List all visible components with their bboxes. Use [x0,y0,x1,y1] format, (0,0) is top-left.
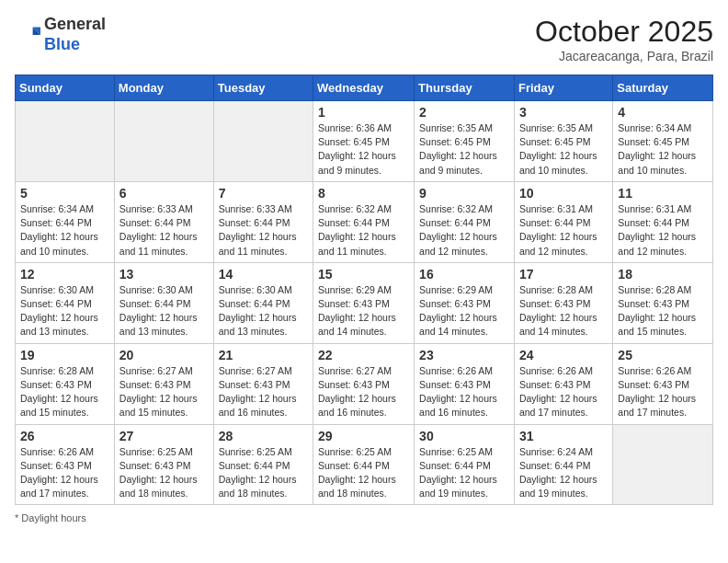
day-number: 29 [318,429,409,443]
cell-content: Sunrise: 6:29 AM Sunset: 6:43 PM Dayligh… [419,283,509,339]
cell-content: Sunrise: 6:34 AM Sunset: 6:45 PM Dayligh… [618,121,708,178]
calendar-cell: 19Sunrise: 6:28 AM Sunset: 6:43 PM Dayli… [16,343,115,424]
calendar-week-row: 19Sunrise: 6:28 AM Sunset: 6:43 PM Dayli… [16,343,713,424]
calendar-day-header: Sunday [16,75,115,101]
calendar-cell: 2Sunrise: 6:35 AM Sunset: 6:45 PM Daylig… [415,101,515,182]
calendar-cell: 9Sunrise: 6:32 AM Sunset: 6:44 PM Daylig… [415,181,515,262]
calendar-cell: 18Sunrise: 6:28 AM Sunset: 6:43 PM Dayli… [613,262,713,343]
day-number: 27 [119,429,209,443]
calendar-day-header: Wednesday [313,75,415,101]
calendar-header-row: SundayMondayTuesdayWednesdayThursdayFrid… [16,75,713,101]
calendar-cell: 17Sunrise: 6:28 AM Sunset: 6:43 PM Dayli… [514,262,612,343]
calendar-cell: 23Sunrise: 6:26 AM Sunset: 6:43 PM Dayli… [415,343,515,424]
calendar-cell: 22Sunrise: 6:27 AM Sunset: 6:43 PM Dayli… [313,343,415,424]
day-number: 3 [519,105,608,120]
calendar-cell: 30Sunrise: 6:25 AM Sunset: 6:44 PM Dayli… [415,424,515,505]
cell-content: Sunrise: 6:29 AM Sunset: 6:43 PM Dayligh… [318,283,409,339]
day-number: 11 [618,186,708,201]
cell-content: Sunrise: 6:25 AM Sunset: 6:43 PM Dayligh… [119,445,209,501]
cell-content: Sunrise: 6:25 AM Sunset: 6:44 PM Dayligh… [419,445,509,501]
cell-content: Sunrise: 6:24 AM Sunset: 6:44 PM Dayligh… [519,445,608,501]
calendar-cell: 13Sunrise: 6:30 AM Sunset: 6:44 PM Dayli… [114,262,213,343]
location-subtitle: Jacareacanga, Para, Brazil [535,49,713,63]
calendar-cell: 12Sunrise: 6:30 AM Sunset: 6:44 PM Dayli… [16,262,115,343]
cell-content: Sunrise: 6:32 AM Sunset: 6:44 PM Dayligh… [318,202,409,259]
day-number: 31 [519,429,608,443]
calendar-cell: 6Sunrise: 6:33 AM Sunset: 6:44 PM Daylig… [114,181,213,262]
day-number: 18 [618,267,708,282]
calendar-cell [613,424,713,505]
calendar-cell: 21Sunrise: 6:27 AM Sunset: 6:43 PM Dayli… [213,343,313,424]
calendar-cell: 29Sunrise: 6:25 AM Sunset: 6:44 PM Dayli… [313,424,415,505]
calendar-cell: 14Sunrise: 6:30 AM Sunset: 6:44 PM Dayli… [213,262,313,343]
calendar-cell: 11Sunrise: 6:31 AM Sunset: 6:44 PM Dayli… [613,181,713,262]
cell-content: Sunrise: 6:30 AM Sunset: 6:44 PM Dayligh… [20,283,109,339]
day-number: 10 [519,186,608,201]
day-number: 22 [318,348,409,362]
day-number: 12 [20,267,109,282]
cell-content: Sunrise: 6:30 AM Sunset: 6:44 PM Dayligh… [119,283,209,339]
cell-content: Sunrise: 6:36 AM Sunset: 6:45 PM Dayligh… [318,121,409,178]
cell-content: Sunrise: 6:27 AM Sunset: 6:43 PM Dayligh… [318,364,409,420]
cell-content: Sunrise: 6:33 AM Sunset: 6:44 PM Dayligh… [119,202,209,259]
calendar-cell [114,101,213,182]
calendar-week-row: 12Sunrise: 6:30 AM Sunset: 6:44 PM Dayli… [16,262,713,343]
calendar-table: SundayMondayTuesdayWednesdayThursdayFrid… [15,75,713,505]
calendar-cell [16,101,115,182]
day-number: 25 [618,348,708,362]
calendar-day-header: Saturday [613,75,713,101]
calendar-cell: 5Sunrise: 6:34 AM Sunset: 6:44 PM Daylig… [16,181,115,262]
cell-content: Sunrise: 6:26 AM Sunset: 6:43 PM Dayligh… [618,364,708,420]
calendar-cell: 26Sunrise: 6:26 AM Sunset: 6:43 PM Dayli… [16,424,115,505]
day-number: 8 [318,186,409,201]
cell-content: Sunrise: 6:32 AM Sunset: 6:44 PM Dayligh… [419,202,509,259]
calendar-cell: 4Sunrise: 6:34 AM Sunset: 6:45 PM Daylig… [613,101,713,182]
cell-content: Sunrise: 6:33 AM Sunset: 6:44 PM Dayligh… [219,202,308,259]
calendar-day-header: Thursday [415,75,515,101]
calendar-cell: 3Sunrise: 6:35 AM Sunset: 6:45 PM Daylig… [514,101,612,182]
cell-content: Sunrise: 6:28 AM Sunset: 6:43 PM Dayligh… [519,283,608,339]
cell-content: Sunrise: 6:26 AM Sunset: 6:43 PM Dayligh… [20,445,109,501]
day-number: 2 [419,105,509,120]
logo-text: General Blue [44,15,106,54]
calendar-week-row: 5Sunrise: 6:34 AM Sunset: 6:44 PM Daylig… [16,181,713,262]
title-block: October 2025 Jacareacanga, Para, Brazil [535,15,713,63]
calendar-cell: 24Sunrise: 6:26 AM Sunset: 6:43 PM Dayli… [514,343,612,424]
logo: General Blue [15,15,106,54]
cell-content: Sunrise: 6:25 AM Sunset: 6:44 PM Dayligh… [318,445,409,501]
day-number: 1 [318,105,409,120]
page-header: General Blue October 2025 Jacareacanga, … [15,15,713,63]
day-number: 26 [20,429,109,443]
cell-content: Sunrise: 6:28 AM Sunset: 6:43 PM Dayligh… [20,364,109,420]
day-number: 16 [419,267,509,282]
day-number: 19 [20,348,109,362]
cell-content: Sunrise: 6:31 AM Sunset: 6:44 PM Dayligh… [519,202,608,259]
calendar-cell [213,101,313,182]
day-number: 23 [419,348,509,362]
calendar-week-row: 1Sunrise: 6:36 AM Sunset: 6:45 PM Daylig… [16,101,713,182]
calendar-cell: 16Sunrise: 6:29 AM Sunset: 6:43 PM Dayli… [415,262,515,343]
day-number: 20 [119,348,209,362]
cell-content: Sunrise: 6:35 AM Sunset: 6:45 PM Dayligh… [519,121,608,178]
cell-content: Sunrise: 6:26 AM Sunset: 6:43 PM Dayligh… [519,364,608,420]
calendar-cell: 10Sunrise: 6:31 AM Sunset: 6:44 PM Dayli… [514,181,612,262]
day-number: 4 [618,105,708,120]
calendar-day-header: Friday [514,75,612,101]
day-number: 17 [519,267,608,282]
calendar-week-row: 26Sunrise: 6:26 AM Sunset: 6:43 PM Dayli… [16,424,713,505]
day-number: 30 [419,429,509,443]
footer-note: * Daylight hours [15,512,713,523]
day-number: 15 [318,267,409,282]
day-number: 13 [119,267,209,282]
day-number: 14 [219,267,308,282]
cell-content: Sunrise: 6:28 AM Sunset: 6:43 PM Dayligh… [618,283,708,339]
day-number: 6 [119,186,209,201]
cell-content: Sunrise: 6:27 AM Sunset: 6:43 PM Dayligh… [119,364,209,420]
calendar-cell: 28Sunrise: 6:25 AM Sunset: 6:44 PM Dayli… [213,424,313,505]
cell-content: Sunrise: 6:31 AM Sunset: 6:44 PM Dayligh… [618,202,708,259]
day-number: 9 [419,186,509,201]
day-number: 7 [219,186,308,201]
calendar-cell: 15Sunrise: 6:29 AM Sunset: 6:43 PM Dayli… [313,262,415,343]
cell-content: Sunrise: 6:30 AM Sunset: 6:44 PM Dayligh… [219,283,308,339]
calendar-cell: 8Sunrise: 6:32 AM Sunset: 6:44 PM Daylig… [313,181,415,262]
